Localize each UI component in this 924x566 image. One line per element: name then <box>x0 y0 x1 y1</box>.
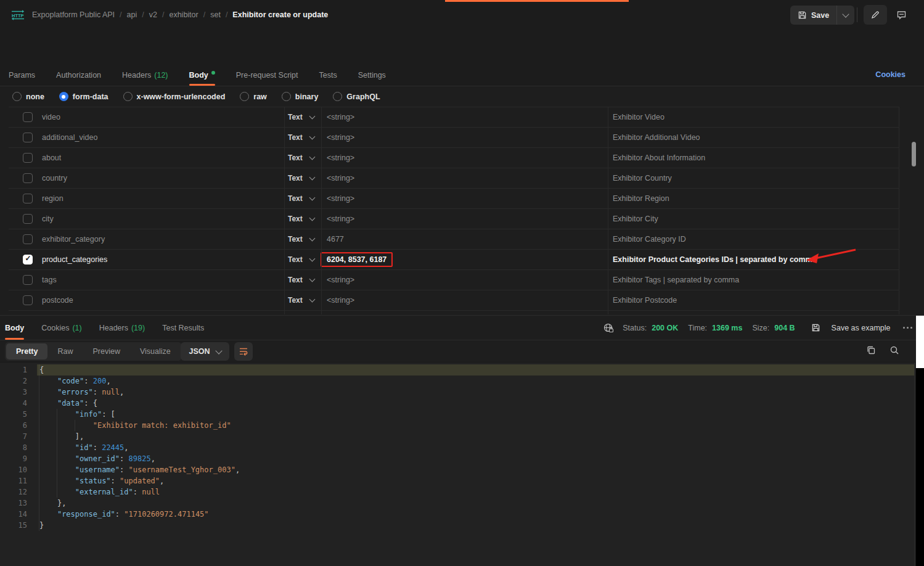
view-tab-pretty[interactable]: Pretty <box>6 343 47 359</box>
param-key[interactable]: about <box>42 154 61 162</box>
param-key[interactable]: video <box>42 113 60 121</box>
format-select[interactable]: JSON <box>181 342 229 361</box>
param-type-select[interactable]: Text <box>288 154 314 162</box>
tab-authorization[interactable]: Authorization <box>56 64 101 86</box>
param-description[interactable]: Exhibitor Additional Video <box>613 133 700 142</box>
view-tab-visualize[interactable]: Visualize <box>130 343 181 359</box>
comment-button[interactable] <box>891 5 911 25</box>
param-description[interactable]: Exhibitor Tags | separated by comma <box>613 276 739 284</box>
param-value[interactable]: <string> <box>327 215 354 223</box>
breadcrumb-item[interactable]: api <box>127 10 149 19</box>
breadcrumb-item[interactable]: v2 <box>149 10 170 19</box>
param-type-select[interactable]: Text <box>288 174 314 183</box>
param-value[interactable]: <string> <box>327 194 354 203</box>
edit-request-button[interactable] <box>864 5 887 25</box>
param-key[interactable]: country <box>42 174 67 183</box>
network-icon[interactable] <box>603 322 614 334</box>
response-tab-cookies[interactable]: Cookies(1) <box>41 316 81 340</box>
row-checkbox[interactable] <box>23 255 33 265</box>
tab-label: Cookies <box>41 324 69 332</box>
param-value[interactable]: <string> <box>327 113 354 121</box>
param-value[interactable]: <string> <box>327 174 354 183</box>
param-key[interactable]: region <box>42 194 63 203</box>
breadcrumb-item[interactable]: Expoplatform Public API <box>32 10 127 19</box>
param-value[interactable]: <string> <box>327 154 354 162</box>
param-type-select[interactable]: Text <box>288 113 314 121</box>
code-text: "owner_id": 89825, <box>37 453 914 464</box>
param-value[interactable]: 6204, 8537, 6187 <box>321 252 393 267</box>
view-tab-preview[interactable]: Preview <box>83 343 129 359</box>
param-type-select[interactable]: Text <box>288 194 314 203</box>
row-checkbox[interactable] <box>23 295 33 305</box>
response-body-editor[interactable]: 1{2 "code": 200,3 "errors": null,4 "data… <box>0 363 914 566</box>
search-icon[interactable] <box>889 345 899 355</box>
code-text: { <box>37 364 914 375</box>
param-type-select[interactable]: Text <box>288 215 314 223</box>
save-button[interactable]: Save <box>790 6 836 25</box>
param-description[interactable]: Exhibitor Video <box>613 113 664 121</box>
breadcrumb-item[interactable]: set <box>210 10 232 19</box>
chevron-down-icon <box>309 297 315 303</box>
param-value[interactable]: 4677 <box>327 235 344 244</box>
param-key[interactable]: product_categories <box>42 255 107 264</box>
cookies-link[interactable]: Cookies <box>875 70 906 79</box>
tab-settings[interactable]: Settings <box>358 64 386 86</box>
row-checkbox[interactable] <box>23 133 33 142</box>
param-description[interactable]: Exhibitor Region <box>613 194 669 203</box>
param-key[interactable]: postcode <box>42 296 73 305</box>
more-options-icon[interactable] <box>903 327 913 329</box>
param-key[interactable]: additional_video <box>42 133 97 142</box>
param-value[interactable]: <string> <box>327 296 354 305</box>
breadcrumb: Expoplatform Public APIapiv2exhibitorset… <box>32 10 328 19</box>
param-key[interactable]: exhibitor_category <box>42 235 105 244</box>
row-checkbox[interactable] <box>23 112 33 122</box>
view-tab-raw[interactable]: Raw <box>47 343 83 359</box>
body-mode-none[interactable]: none <box>12 92 44 101</box>
save-as-example-button[interactable]: Save as example <box>832 324 891 332</box>
response-tab-test-results[interactable]: Test Results <box>162 316 204 340</box>
body-mode-graphql[interactable]: GraphQL <box>333 92 380 101</box>
param-description[interactable]: Exhibitor Category ID <box>613 235 686 244</box>
row-checkbox[interactable] <box>23 173 33 183</box>
param-description[interactable]: Exhibitor Product Categories IDs | separ… <box>613 255 817 264</box>
tab-params[interactable]: Params <box>9 64 35 86</box>
tab-indicator-strip <box>445 0 629 2</box>
body-mode-form-data[interactable]: form-data <box>59 92 108 101</box>
param-key[interactable]: tags <box>42 276 57 284</box>
breadcrumb-item[interactable]: exhibitor <box>169 10 210 19</box>
wrap-text-button[interactable] <box>234 342 253 361</box>
response-tab-headers[interactable]: Headers(19) <box>99 316 145 340</box>
param-type-select[interactable]: Text <box>288 235 314 244</box>
param-type-select[interactable]: Text <box>288 276 314 284</box>
copy-icon[interactable] <box>866 345 876 355</box>
tab-pre-request-script[interactable]: Pre-request Script <box>236 64 298 86</box>
body-mode-binary[interactable]: binary <box>282 92 319 101</box>
param-type-select[interactable]: Text <box>288 133 314 142</box>
param-description[interactable]: Exhibitor About Information <box>613 154 705 162</box>
param-value[interactable]: <string> <box>327 276 354 284</box>
param-description[interactable]: Exhibitor Country <box>613 174 672 183</box>
save-options-button[interactable] <box>836 6 854 25</box>
body-mode-raw[interactable]: raw <box>240 92 267 101</box>
param-type-select[interactable]: Text <box>288 296 314 305</box>
tab-body[interactable]: Body <box>189 64 215 86</box>
param-description[interactable]: Exhibitor City <box>613 215 658 223</box>
param-value[interactable]: <string> <box>327 133 354 142</box>
body-mode-x-www-form-urlencoded[interactable]: x-www-form-urlencoded <box>123 92 226 101</box>
tab-tests[interactable]: Tests <box>319 64 337 86</box>
table-scrollbar-thumb[interactable] <box>912 142 916 166</box>
response-tab-body[interactable]: Body <box>5 316 24 340</box>
row-checkbox[interactable] <box>23 194 33 203</box>
param-description[interactable]: Exhibitor Postcode <box>613 296 677 305</box>
row-checkbox[interactable] <box>23 153 33 163</box>
row-checkbox[interactable] <box>23 275 33 285</box>
tab-label: Params <box>9 71 35 80</box>
line-number: 5 <box>0 409 27 420</box>
param-type-select[interactable]: Text <box>288 255 314 264</box>
param-key[interactable]: city <box>42 215 54 223</box>
row-checkbox[interactable] <box>23 234 33 244</box>
page-scrollbar-thumb[interactable] <box>916 316 924 368</box>
row-checkbox[interactable] <box>23 214 33 224</box>
editor-right-edge <box>914 363 915 566</box>
tab-headers[interactable]: Headers(12) <box>122 64 168 86</box>
